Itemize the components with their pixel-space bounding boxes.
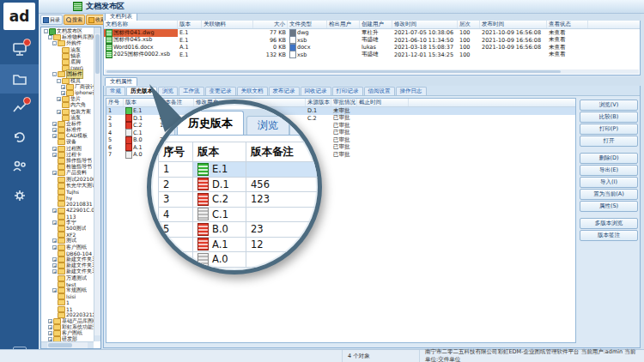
- column-header[interactable]: 文档名称: [104, 21, 178, 28]
- monitor-icon[interactable]: [0, 35, 39, 64]
- magnifier-tab-history[interactable]: 历史版本: [177, 111, 244, 135]
- column-header[interactable]: 大小: [253, 21, 288, 28]
- collapse-icon[interactable]: -: [52, 41, 57, 45]
- expand-icon[interactable]: +: [57, 110, 61, 114]
- file-list-scrollbar[interactable]: [105, 69, 639, 74]
- collapse-icon[interactable]: -: [44, 29, 48, 33]
- column-header[interactable]: 关联物料: [202, 21, 253, 28]
- collapse-icon[interactable]: -: [57, 79, 61, 83]
- column-header[interactable]: 发布时间: [480, 21, 547, 28]
- action-button-3[interactable]: 打开: [580, 136, 638, 147]
- file-list-scroll-thumb[interactable]: [106, 70, 561, 73]
- sync-icon[interactable]: [0, 123, 39, 152]
- props-tab-10[interactable]: 操作日志: [396, 87, 427, 95]
- expand-icon[interactable]: +: [61, 91, 65, 95]
- tree-item[interactable]: +包装方案: [42, 108, 94, 114]
- column-header[interactable]: 来源版本: [306, 99, 331, 106]
- collapse-icon[interactable]: -: [52, 72, 57, 76]
- folder-icon[interactable]: [0, 64, 39, 94]
- expand-icon[interactable]: +: [52, 128, 57, 132]
- expand-icon[interactable]: +: [52, 269, 57, 274]
- expand-icon[interactable]: +: [52, 220, 57, 225]
- column-header[interactable]: 序号: [106, 99, 124, 106]
- props-tab-7[interactable]: 回收记录: [301, 87, 331, 95]
- search-button[interactable]: 搜索: [64, 15, 85, 25]
- expand-icon[interactable]: +: [52, 257, 57, 262]
- expand-icon[interactable]: +: [57, 97, 61, 101]
- props-tab-0[interactable]: 常规: [106, 87, 125, 95]
- tree-item[interactable]: +4Z2901C.01基础: [42, 207, 94, 213]
- tree-hscroll-thumb[interactable]: [48, 343, 72, 347]
- tree-item[interactable]: +iphone设计模板: [42, 90, 94, 96]
- action-button-4[interactable]: 删除(D): [580, 153, 638, 164]
- gear-icon[interactable]: [0, 181, 39, 210]
- expand-icon[interactable]: +: [52, 171, 57, 175]
- action-button-10[interactable]: 版本签注: [580, 230, 638, 241]
- tree-item[interactable]: +常规图纸: [42, 287, 94, 293]
- tree-item[interactable]: 500测试: [42, 226, 94, 232]
- catalog-button[interactable]: 目录: [40, 15, 63, 25]
- expand-icon[interactable]: +: [52, 263, 57, 268]
- action-button-7[interactable]: 置为当前(A): [580, 189, 638, 200]
- tree-item[interactable]: Tujhs: [42, 189, 94, 195]
- expand-icon[interactable]: +: [52, 147, 57, 151]
- file-row[interactable]: 国标件045.xsbE.196 KBxsb韦盛雄2021-06-10 11:34…: [104, 37, 640, 45]
- magnifier-tab-browse[interactable]: 浏览: [246, 116, 289, 135]
- file-row[interactable]: Word016.docxA.10 KBdocxlukas2021-03-18 1…: [104, 44, 640, 51]
- file-row[interactable]: 国标件041.dwgE.177 KBdwg覃柱升2021-07-05 10:38…: [104, 29, 640, 37]
- scroll-left-arrow-icon[interactable]: [41, 342, 47, 348]
- column-header[interactable]: 文件类型: [288, 21, 327, 28]
- tree-item[interactable]: +垫片: [42, 96, 94, 102]
- expand-icon[interactable]: +: [52, 134, 57, 138]
- props-tab-5[interactable]: 关联文档: [237, 87, 268, 95]
- expand-icon[interactable]: +: [52, 122, 57, 126]
- expand-icon[interactable]: +: [52, 208, 57, 213]
- tree-horizontal-scrollbar[interactable]: [41, 341, 94, 348]
- tree-item[interactable]: 底脚: [42, 59, 94, 65]
- action-button-9[interactable]: 多版本浏览: [580, 218, 638, 229]
- file-row[interactable]: 2025国标件0002.xsbE.1132 KBxsb韦盛雄2021-12-01…: [104, 51, 640, 59]
- column-header[interactable]: 层次: [458, 21, 480, 28]
- action-button-1[interactable]: 比较(B): [580, 112, 638, 123]
- expand-icon[interactable]: +: [61, 85, 65, 89]
- action-button-8[interactable]: 属性(S): [580, 201, 638, 212]
- tree-item[interactable]: 万通测试: [42, 275, 94, 281]
- column-header[interactable]: 审批情况: [331, 99, 357, 106]
- expand-icon[interactable]: +: [48, 331, 52, 335]
- tree-item[interactable]: hy: [42, 195, 94, 201]
- tree-item[interactable]: 长光华大测试图纸: [42, 183, 94, 189]
- action-button-6[interactable]: 导入(I): [580, 177, 638, 188]
- column-header[interactable]: 版本: [178, 21, 202, 28]
- expand-icon[interactable]: +: [48, 325, 52, 329]
- users-icon[interactable]: [0, 152, 39, 181]
- column-header[interactable]: 截止时间: [357, 99, 409, 106]
- action-button-0[interactable]: 浏览(V): [580, 100, 638, 111]
- expand-icon[interactable]: +: [52, 238, 57, 243]
- tree-vscroll-thumb[interactable]: [95, 34, 100, 74]
- tree-item[interactable]: -外购件: [42, 40, 94, 46]
- props-tab-8[interactable]: 打印记录: [332, 87, 363, 95]
- action-button-5[interactable]: 导出(E): [580, 165, 638, 176]
- expand-icon[interactable]: +: [52, 153, 57, 157]
- expand-icon[interactable]: +: [52, 288, 57, 293]
- tree-item[interactable]: 油泵: [42, 47, 94, 53]
- column-header[interactable]: 检出用户: [327, 21, 360, 28]
- expand-icon[interactable]: +: [48, 319, 52, 323]
- scroll-up-arrow-icon[interactable]: [94, 27, 100, 33]
- tab-doc-properties[interactable]: 文档属性: [105, 77, 137, 86]
- tree-item[interactable]: lsisi: [42, 293, 94, 299]
- column-header[interactable]: 修改时间: [392, 21, 458, 28]
- action-button-2[interactable]: 打印(P): [580, 124, 638, 135]
- scroll-down-arrow-icon[interactable]: [94, 335, 100, 341]
- scroll-right-arrow-icon[interactable]: [88, 342, 94, 348]
- column-header[interactable]: 创建用户: [360, 21, 392, 28]
- column-header[interactable]: 查看状态: [547, 21, 588, 28]
- props-tab-4[interactable]: 变更记录: [205, 87, 236, 95]
- expand-icon[interactable]: +: [52, 245, 57, 250]
- tree-item[interactable]: -国标件: [42, 71, 94, 77]
- tree-item[interactable]: +客户图纸: [42, 244, 94, 250]
- chart-icon[interactable]: [0, 94, 39, 123]
- tree-item[interactable]: 轴承: [42, 53, 94, 59]
- tree-item[interactable]: 1: [42, 299, 94, 305]
- tree-vertical-scrollbar[interactable]: [94, 27, 100, 341]
